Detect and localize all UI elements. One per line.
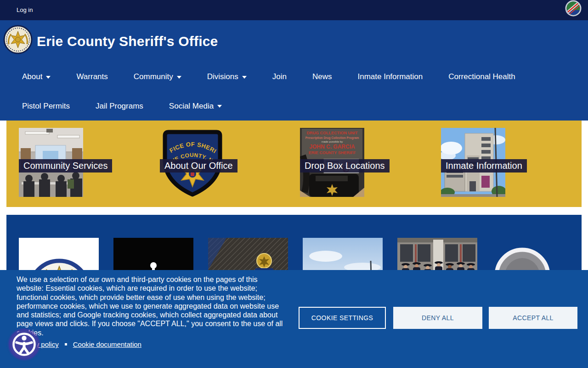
poster-line-4: JOHN C. GARCIA: [309, 144, 355, 150]
accessibility-widget-button[interactable]: [10, 330, 38, 358]
cookie-documentation-link[interactable]: Cookie documentation: [73, 340, 141, 348]
nav-item-join[interactable]: Join: [272, 72, 287, 81]
hero-card-drop-box-locations[interactable]: DRUG COLLECTION UNIT Prescription Drug C…: [300, 128, 438, 201]
nav-row-2: Pistol Permits Jail Programs Social Medi…: [0, 92, 588, 121]
poster-line-1: DRUG COLLECTION UNIT: [307, 131, 358, 135]
language-flag-icon[interactable]: [565, 0, 582, 17]
page: Log in: [0, 0, 588, 368]
bullet-separator: [65, 343, 67, 345]
accessibility-person-icon: [10, 330, 38, 358]
nav-item-inmate-information[interactable]: Inmate Information: [357, 72, 423, 81]
hero-card-label[interactable]: Community Services: [19, 159, 112, 172]
accept-all-button[interactable]: ACCEPT ALL: [489, 307, 577, 329]
deny-all-button[interactable]: DENY ALL: [393, 307, 482, 329]
hero-card-label[interactable]: About Our Office: [160, 159, 237, 172]
quick-links-band: Community Services OFFICE OF SHERIFF ERI…: [6, 121, 582, 207]
cookie-settings-button[interactable]: COOKIE SETTINGS: [299, 307, 386, 329]
poster-line-2: Prescription Drug Collection Program: [305, 136, 359, 140]
top-utility-bar: Log in: [0, 0, 588, 20]
hero-card-label[interactable]: Drop Box Locations: [300, 159, 390, 172]
nav-item-divisions[interactable]: Divisions: [207, 72, 247, 81]
login-link[interactable]: Log in: [17, 0, 33, 20]
nav-row-1: About Warrants Community Divisions Join …: [0, 62, 588, 92]
nav-item-pistol-permits[interactable]: Pistol Permits: [22, 102, 70, 111]
hero-card-inmate-information[interactable]: Inmate Information: [441, 128, 579, 201]
nav-item-news[interactable]: News: [312, 72, 332, 81]
hero-card-community-services[interactable]: Community Services: [19, 128, 157, 201]
poster-line-3: made possible by: [322, 140, 343, 143]
cookie-consent-banner: We use a selection of our own and third-…: [0, 270, 588, 368]
sheriff-seal-logo[interactable]: [3, 22, 33, 55]
cookie-message: We use a selection of our own and third-…: [17, 275, 284, 337]
nav-item-jail-programs[interactable]: Jail Programs: [96, 102, 143, 111]
nav-item-about[interactable]: About: [22, 72, 51, 81]
site-header: Erie County Sheriff's Office: [0, 20, 588, 62]
nav-item-warrants[interactable]: Warrants: [76, 72, 107, 81]
nav-item-community[interactable]: Community: [134, 72, 181, 81]
poster-line-5: ERIE COUNTY SHERIFF: [309, 150, 356, 155]
main-navigation: About Warrants Community Divisions Join …: [0, 62, 588, 121]
hero-card-label[interactable]: Inmate Information: [441, 159, 527, 172]
page-title[interactable]: Erie County Sheriff's Office: [37, 20, 218, 62]
hero-card-about-our-office[interactable]: OFFICE OF SHERIFF ERIE COUNTY, N.Y. Abou…: [160, 128, 298, 201]
nav-item-social-media[interactable]: Social Media: [169, 102, 222, 111]
nav-item-correctional-health[interactable]: Correctional Health: [448, 72, 515, 81]
